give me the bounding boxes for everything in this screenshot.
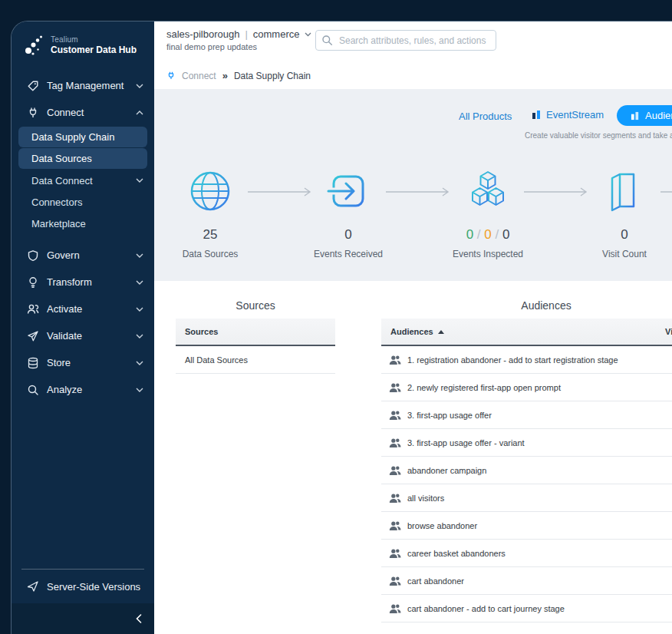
breadcrumb-current: Data Supply Chain [234, 71, 311, 81]
brand-name: Tealium [51, 35, 137, 44]
tab-caption: Create valuable visitor segments and tak… [525, 131, 672, 140]
audiences-title: Audiences [381, 299, 672, 312]
sidebar-item-label: Analyze [47, 384, 82, 395]
sidebar-item-label: Connectors [31, 196, 82, 208]
connect-icon [27, 107, 39, 119]
users-icon [389, 548, 401, 559]
sidebar-item-label: Data Supply Chain [31, 131, 114, 143]
arrow-box-icon [327, 170, 370, 213]
audience-row[interactable]: cart abandoner - add to cart journey sta… [381, 595, 672, 622]
tab-eventstream[interactable]: EventStream [532, 109, 604, 121]
sidebar-item-analyze[interactable]: Analyze [12, 376, 154, 403]
breadcrumb-separator: » [222, 70, 228, 81]
audience-row[interactable]: browse abandoner [381, 512, 672, 540]
audience-row[interactable]: 3. first-app usage offer - variant [381, 429, 672, 457]
users-icon [389, 382, 401, 393]
audience-row[interactable]: 1. registration abandoner - add to start… [381, 346, 672, 374]
sidebar-item-label: Server-Side Versions [47, 581, 140, 593]
audiences-column-label: Audiences [390, 327, 433, 336]
sidebar-item-label: Data Sources [31, 153, 92, 164]
audience-row[interactable]: career basket abandoners [381, 540, 672, 567]
account-switcher[interactable]: sales-pilborough | commerce final demo p… [166, 28, 311, 51]
sidebar-item-govern[interactable]: Govern [12, 242, 154, 269]
search-input[interactable] [315, 30, 496, 51]
database-icon [27, 357, 39, 369]
tag-icon [27, 80, 39, 92]
overview-section: All Products EventStream Audiences Creat… [154, 89, 672, 281]
shield-icon [27, 249, 39, 262]
account-separator: | [245, 28, 247, 40]
sidebar-item-connectors[interactable]: Connectors [12, 191, 154, 213]
inspected-orange-count: 0 [484, 227, 491, 242]
people-icon [27, 303, 39, 315]
main-area: sales-pilborough | commerce final demo p… [154, 21, 672, 634]
door-icon [603, 170, 646, 213]
chevron-up-icon [136, 111, 143, 115]
chevron-down-icon [136, 334, 143, 338]
account-name: sales-pilborough [166, 28, 239, 40]
users-icon [389, 410, 401, 421]
sidebar-item-transform[interactable]: Transform [12, 269, 154, 296]
profile-name: commerce [253, 28, 300, 40]
chevron-down-icon [136, 280, 143, 285]
sidebar-item-data-supply-chain[interactable]: Data Supply Chain [18, 127, 147, 147]
sidebar-item-label: Store [47, 357, 71, 368]
sidebar-item-label: Activate [47, 303, 82, 315]
sidebar-item-label: Tag Management [47, 80, 124, 91]
collapse-sidebar-icon[interactable] [136, 614, 142, 623]
events-inspected-counts: 0 / 0 / 0 [434, 227, 542, 243]
cubes-icon [466, 170, 509, 213]
audience-row[interactable]: all visitors [381, 484, 672, 512]
users-icon [389, 576, 401, 586]
data-sources-label: Data Sources [156, 249, 264, 259]
tab-label: Audiences [645, 110, 672, 121]
visit-count-value: 0 [571, 227, 672, 243]
inspected-dark-count: 0 [502, 227, 509, 242]
stage-visit-count: 0 Visit Count [571, 170, 672, 259]
audience-row[interactable]: abandoner campaign [381, 457, 672, 484]
users-icon [389, 438, 401, 448]
users-icon [389, 520, 401, 531]
breadcrumb-connect[interactable]: Connect [182, 71, 216, 81]
tab-all-products[interactable]: All Products [459, 111, 512, 122]
audience-row[interactable]: cart abandoner [381, 567, 672, 595]
visit-count-label: Visit Count [571, 249, 672, 259]
audience-row[interactable]: 3. first-app usage offer [381, 401, 672, 429]
search-icon [321, 35, 333, 46]
sources-column-header[interactable]: Sources [176, 319, 335, 346]
audiences-icon [631, 111, 640, 121]
visitors-column-label: Visitors [665, 327, 672, 336]
brand: Tealium Customer Data Hub [12, 21, 154, 66]
tables-section: Sources Audiences Sources All Data Sourc… [154, 281, 672, 634]
sidebar-item-tag-management[interactable]: Tag Management [12, 72, 154, 99]
chevron-down-icon [136, 388, 143, 392]
audiences-column-header[interactable]: Audiences Visitors [381, 319, 672, 346]
sidebar-item-label: Marketplace [31, 218, 86, 229]
sidebar-collapse-bar [12, 603, 154, 634]
top-bar: sales-pilborough | commerce final demo p… [154, 21, 672, 62]
tab-audiences[interactable]: Audiences [617, 105, 672, 126]
eventstream-icon [532, 110, 542, 120]
audience-row[interactable]: 2. newly registered first-app open promp… [381, 374, 672, 401]
sidebar-item-data-sources[interactable]: Data Sources [18, 148, 147, 169]
sidebar-item-store[interactable]: Store [12, 349, 154, 376]
sidebar-item-label: Data Connect [31, 175, 93, 187]
sidebar-item-connect[interactable]: Connect [12, 99, 154, 126]
sidebar-item-server-side-versions[interactable]: Server-Side Versions [12, 570, 154, 603]
sidebar-item-label: Validate [47, 330, 82, 342]
chevron-down-icon [136, 178, 143, 183]
sidebar-item-marketplace[interactable]: Marketplace [12, 213, 154, 234]
source-row[interactable]: All Data Sources [176, 346, 335, 374]
globe-icon [189, 170, 232, 213]
events-received-label: Events Received [295, 249, 402, 259]
profile-version-label: final demo prep updates [166, 42, 311, 51]
stage-events-received: 0 Events Received [295, 170, 402, 259]
stage-events-inspected: 0 / 0 / 0 Events Inspected [434, 170, 542, 259]
sidebar-item-label: Govern [47, 249, 80, 261]
sort-asc-icon [438, 330, 444, 334]
sidebar-item-validate[interactable]: Validate [12, 322, 154, 349]
tealium-logo-icon [24, 34, 44, 57]
search-box [315, 30, 496, 51]
sidebar-item-data-connect[interactable]: Data Connect [12, 170, 154, 191]
sidebar-item-activate[interactable]: Activate [12, 296, 154, 322]
